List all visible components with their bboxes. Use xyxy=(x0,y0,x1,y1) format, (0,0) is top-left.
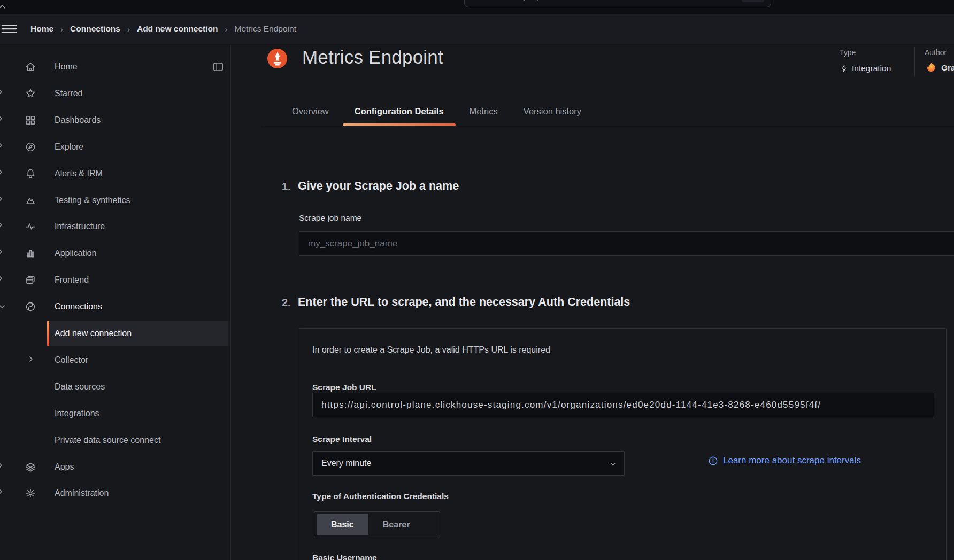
pulse-icon xyxy=(25,221,36,232)
active-item-indicator xyxy=(47,321,49,346)
auth-type-radio-group: BasicBearer xyxy=(314,511,440,538)
breadcrumb-item-home[interactable]: Home xyxy=(30,24,53,34)
tab-overview[interactable]: Overview xyxy=(280,96,341,126)
bar-chart-icon xyxy=(25,247,36,259)
chevron-up-icon xyxy=(0,2,7,11)
sidebar-item-label: Explore xyxy=(55,142,83,152)
home-icon xyxy=(25,61,36,73)
sidebar-item-collector[interactable]: Collector xyxy=(0,347,231,374)
chevron-down-icon xyxy=(609,460,617,468)
sidebar-item-label: Starred xyxy=(55,89,82,98)
scrape-job-url-input[interactable] xyxy=(312,393,934,417)
sidebar-item-label: Private data source connect xyxy=(55,435,160,445)
step2-title: Enter the URL to scrape, and the necessa… xyxy=(298,295,630,309)
sidebar-item-apps[interactable]: Apps xyxy=(0,454,231,480)
sidebar-item-label: Frontend xyxy=(55,275,89,285)
sidebar-item-home[interactable]: Home xyxy=(0,53,231,80)
dashboards-grid-icon xyxy=(25,114,36,126)
sidebar-item-alerts-irm[interactable]: Alerts & IRM xyxy=(0,160,231,187)
sidebar-item-application[interactable]: Application xyxy=(0,240,231,267)
sidebar-nav: HomeStarredDashboardsExploreAlerts & IRM… xyxy=(0,45,231,560)
step1-number: 1. xyxy=(282,181,291,193)
sidebar-item-label: Testing & synthetics xyxy=(55,196,130,205)
compass-icon xyxy=(25,141,36,153)
sidebar-item-dashboards[interactable]: Dashboards xyxy=(0,107,231,134)
scrape-interval-select[interactable]: Every minute xyxy=(312,451,625,476)
sidebar-item-starred[interactable]: Starred xyxy=(0,80,231,107)
auth-option-bearer[interactable]: Bearer xyxy=(368,514,425,535)
sidebar-item-label: Administration xyxy=(55,488,109,498)
menu-icon[interactable] xyxy=(1,22,17,36)
scrape-interval-value: Every minute xyxy=(321,458,371,468)
search-placeholder: Search or jump to... xyxy=(487,0,557,1)
breadcrumb-item-add-new-connection[interactable]: Add new connection xyxy=(137,24,218,34)
step1-title: Give your Scrape Job a name xyxy=(298,180,459,193)
browser-icon xyxy=(25,274,36,286)
chevron-right-icon[interactable] xyxy=(0,461,5,473)
sidebar-item-infrastructure[interactable]: Infrastructure xyxy=(0,213,231,240)
sidebar-item-explore[interactable]: Explore xyxy=(0,134,231,160)
tab-configuration-details[interactable]: Configuration Details xyxy=(343,96,456,126)
search-input[interactable]: Search or jump to... xyxy=(464,0,771,7)
search-icon xyxy=(472,0,481,1)
chevron-right-icon[interactable] xyxy=(0,221,5,232)
auth-option-basic[interactable]: Basic xyxy=(317,514,368,535)
auth-type-label: Type of Authentication Credentials xyxy=(312,492,449,501)
chevron-right-icon[interactable] xyxy=(0,168,5,180)
chevron-right-icon[interactable] xyxy=(0,274,5,286)
gear-icon xyxy=(25,487,36,499)
sidebar-item-administration[interactable]: Administration xyxy=(0,480,231,507)
chevron-right-icon[interactable] xyxy=(0,195,5,206)
sidebar-item-label: Collector xyxy=(55,355,88,365)
tab-bar: OverviewConfiguration DetailsMetricsVers… xyxy=(280,96,593,126)
chevron-right-icon[interactable] xyxy=(0,247,5,259)
breadcrumb-bar: Home›Connections›Add new connection›Metr… xyxy=(0,14,954,44)
sidebar-item-integrations[interactable]: Integrations xyxy=(0,400,231,427)
url-auth-panel: In order to create a Scrape Job, a valid… xyxy=(299,328,947,560)
sidebar-item-add-new-connection[interactable]: Add new connection xyxy=(0,320,231,347)
header-meta-divider xyxy=(914,47,915,76)
breadcrumb: Home›Connections›Add new connection›Metr… xyxy=(30,24,296,34)
sidebar-item-label: Home xyxy=(55,62,78,72)
sidebar-item-label: Apps xyxy=(55,462,74,472)
chevron-right-icon[interactable] xyxy=(0,141,5,153)
sidebar-item-private-data-source-connect[interactable]: Private data source connect xyxy=(0,427,231,454)
chevron-right-icon[interactable] xyxy=(27,355,35,365)
tab-bar-divider xyxy=(261,126,954,126)
learn-more-text: Learn more about scrape intervals xyxy=(723,455,861,466)
layers-icon xyxy=(25,461,36,473)
sidebar-item-testing-synthetics[interactable]: Testing & synthetics xyxy=(0,187,231,214)
chevron-right-icon[interactable] xyxy=(0,487,5,499)
page-title: Metrics Endpoint xyxy=(302,46,443,68)
breadcrumb-separator: › xyxy=(60,25,63,34)
sidebar-item-data-sources[interactable]: Data sources xyxy=(0,374,231,400)
sidebar-item-label: Dashboards xyxy=(55,115,101,125)
breadcrumb-separator: › xyxy=(225,25,228,34)
type-label: Type xyxy=(840,48,856,57)
lightning-bolt-icon xyxy=(840,64,848,73)
basic-username-label: Basic Username xyxy=(312,553,377,560)
scrape-job-name-input[interactable] xyxy=(299,231,954,256)
learn-more-link[interactable]: Learn more about scrape intervals xyxy=(708,455,861,466)
tab-version-history[interactable]: Version history xyxy=(512,96,593,126)
scrape-job-name-label: Scrape job name xyxy=(299,213,361,223)
sidebar-item-label: Infrastructure xyxy=(55,222,105,231)
prometheus-icon xyxy=(267,49,287,68)
chevron-down-icon[interactable] xyxy=(0,302,6,311)
collapse-panel-icon[interactable] xyxy=(213,61,224,72)
sidebar-item-label: Data sources xyxy=(55,382,105,392)
bell-icon xyxy=(25,168,36,180)
mountain-icon xyxy=(25,195,36,206)
author-value: Grafana xyxy=(925,61,954,74)
sidebar-item-label: Application xyxy=(55,248,96,258)
info-circle-icon xyxy=(708,456,718,466)
sidebar-item-frontend[interactable]: Frontend xyxy=(0,267,231,293)
chevron-right-icon[interactable] xyxy=(0,88,5,99)
connections-icon xyxy=(25,301,36,313)
keyboard-shortcut-badge xyxy=(742,0,764,2)
sidebar-item-connections[interactable]: Connections xyxy=(0,293,231,320)
chevron-right-icon[interactable] xyxy=(0,114,5,126)
tab-metrics[interactable]: Metrics xyxy=(458,96,510,126)
https-required-note: In order to create a Scrape Job, a valid… xyxy=(312,345,550,355)
breadcrumb-item-connections[interactable]: Connections xyxy=(70,24,120,34)
